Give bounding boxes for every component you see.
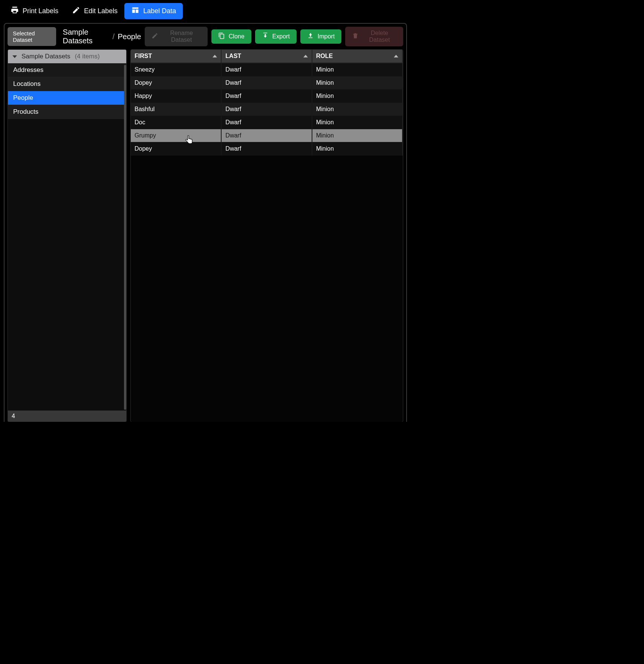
- sidebar-item-addresses[interactable]: Addresses: [8, 63, 126, 77]
- tab-label-data[interactable]: Label Data: [124, 3, 183, 19]
- clone-icon: [218, 32, 225, 41]
- cell-last[interactable]: Dwarf: [221, 142, 312, 156]
- dataset-toolbar: Selected Dataset Sample Datasets / Peopl…: [8, 27, 403, 46]
- table-row[interactable]: DocDwarfMinion: [131, 116, 402, 129]
- sort-asc-icon: [303, 55, 308, 58]
- cell-first[interactable]: Dopey: [131, 142, 221, 156]
- cell-role[interactable]: Minion: [312, 142, 402, 156]
- cell-role[interactable]: Minion: [312, 90, 402, 103]
- grid-body: SneezyDwarfMinionDopeyDwarfMinionHappyDw…: [131, 63, 402, 156]
- delete-label: Delete Dataset: [363, 30, 396, 43]
- cell-role[interactable]: Minion: [312, 103, 402, 116]
- grid-header: FIRSTLASTROLE: [131, 50, 402, 63]
- sidebar-count: (4 items): [75, 53, 99, 60]
- import-label: Import: [318, 33, 335, 40]
- sort-asc-icon: [394, 55, 398, 58]
- sidebar-header[interactable]: Sample Datasets (4 items): [8, 50, 126, 63]
- tab-print-labels[interactable]: Print Labels: [4, 3, 65, 19]
- clone-button[interactable]: Clone: [211, 29, 251, 44]
- cell-role[interactable]: Minion: [312, 63, 402, 76]
- tab-label: Edit Labels: [84, 7, 118, 15]
- breadcrumb-sep: /: [113, 32, 115, 41]
- pencil-icon: [151, 32, 158, 41]
- cell-first[interactable]: Doc: [131, 116, 221, 129]
- table-row[interactable]: GrumpyDwarfMinion: [131, 129, 402, 142]
- table-row[interactable]: BashfulDwarfMinion: [131, 103, 402, 116]
- delete-dataset-button: Delete Dataset: [345, 27, 403, 46]
- data-grid-wrap: FIRSTLASTROLE SneezyDwarfMinionDopeyDwar…: [130, 49, 403, 422]
- column-header-role[interactable]: ROLE: [312, 50, 402, 63]
- cell-last[interactable]: Dwarf: [221, 129, 312, 142]
- main-panel: Selected Dataset Sample Datasets / Peopl…: [4, 23, 407, 422]
- cell-last[interactable]: Dwarf: [221, 63, 312, 76]
- pencil-icon: [72, 6, 80, 16]
- cell-last[interactable]: Dwarf: [221, 116, 312, 129]
- import-button[interactable]: Import: [300, 29, 341, 44]
- column-label: ROLE: [316, 53, 333, 59]
- column-header-first[interactable]: FIRST: [131, 50, 221, 63]
- column-label: FIRST: [135, 53, 152, 59]
- dataset-sidebar: Sample Datasets (4 items) AddressesLocat…: [8, 49, 127, 422]
- cell-first[interactable]: Dopey: [131, 76, 221, 90]
- cell-last[interactable]: Dwarf: [221, 76, 312, 90]
- export-label: Export: [272, 33, 290, 40]
- scrollbar[interactable]: [124, 65, 126, 410]
- app-root: Print LabelsEdit LabelsLabel Data Select…: [0, 0, 411, 422]
- sidebar-footer: 4: [8, 411, 126, 422]
- cell-first[interactable]: Grumpy: [131, 129, 221, 142]
- table-row[interactable]: SneezyDwarfMinion: [131, 63, 402, 76]
- sidebar-title: Sample Datasets: [21, 53, 70, 60]
- cell-role[interactable]: Minion: [312, 76, 402, 90]
- sort-asc-icon: [213, 55, 217, 58]
- table-row[interactable]: DopeyDwarfMinion: [131, 76, 402, 90]
- cell-last[interactable]: Dwarf: [221, 103, 312, 116]
- top-nav: Print LabelsEdit LabelsLabel Data: [4, 3, 407, 19]
- upload-icon: [307, 32, 314, 41]
- cell-role[interactable]: Minion: [312, 129, 402, 142]
- tab-label: Print Labels: [23, 7, 58, 15]
- selected-dataset-chip: Selected Dataset: [8, 27, 56, 46]
- table-row[interactable]: DopeyDwarfMinion: [131, 142, 402, 156]
- tab-label: Label Data: [143, 7, 176, 15]
- cell-first[interactable]: Happy: [131, 90, 221, 103]
- table-icon: [131, 6, 139, 16]
- table-row[interactable]: HappyDwarfMinion: [131, 90, 402, 103]
- data-grid: FIRSTLASTROLE SneezyDwarfMinionDopeyDwar…: [131, 50, 403, 156]
- breadcrumb-group: Sample Datasets: [63, 28, 110, 45]
- download-icon: [262, 32, 269, 41]
- panel-body: Sample Datasets (4 items) AddressesLocat…: [8, 49, 403, 422]
- sidebar-item-locations[interactable]: Locations: [8, 77, 126, 91]
- tab-edit-labels[interactable]: Edit Labels: [65, 3, 124, 19]
- column-header-last[interactable]: LAST: [221, 50, 312, 63]
- rename-dataset-button: Rename Dataset: [145, 27, 207, 46]
- print-icon: [11, 6, 19, 16]
- breadcrumb-item: People: [118, 32, 141, 41]
- export-button[interactable]: Export: [255, 29, 297, 44]
- sidebar-item-products[interactable]: Products: [8, 105, 126, 119]
- cell-first[interactable]: Bashful: [131, 103, 221, 116]
- trash-icon: [352, 32, 359, 41]
- cell-first[interactable]: Sneezy: [131, 63, 221, 76]
- cell-last[interactable]: Dwarf: [221, 90, 312, 103]
- column-label: LAST: [225, 53, 241, 59]
- caret-down-icon: [12, 55, 17, 58]
- cell-role[interactable]: Minion: [312, 116, 402, 129]
- breadcrumb: Sample Datasets / People: [63, 28, 141, 45]
- rename-label: Rename Dataset: [162, 30, 200, 43]
- sidebar-list: AddressesLocationsPeopleProducts: [8, 63, 126, 411]
- sidebar-item-people[interactable]: People: [8, 91, 126, 105]
- clone-label: Clone: [229, 33, 245, 40]
